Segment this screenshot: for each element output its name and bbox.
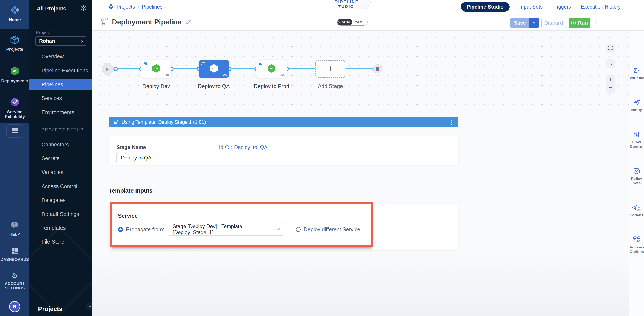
run-play-icon [571, 20, 576, 26]
panel-item-flow-control[interactable]: Flow Control [629, 131, 644, 149]
advanced-options-icon: ⚙ [633, 236, 640, 243]
codebase-icon: </▲ [632, 204, 641, 211]
save-dropdown-button[interactable] [529, 18, 539, 28]
reliability-icon [10, 97, 20, 108]
panel-item-advanced-options[interactable]: ⚙ Advanced Options [629, 236, 644, 254]
edge-line [115, 68, 141, 69]
project-label: Project [36, 30, 50, 35]
rail-item-home[interactable]: Home [0, 5, 30, 22]
modules-grid-button[interactable] [6, 124, 23, 138]
propagate-radio[interactable] [118, 227, 123, 232]
rail-item-label: ACCOUNT SETTINGS [2, 281, 27, 290]
divider [37, 121, 88, 121]
harness-home-icon [10, 5, 20, 16]
toggle-yaml[interactable]: YAML [352, 19, 367, 26]
rail-item-service-reliability[interactable]: Service Reliability [0, 97, 30, 119]
stage-node-deploy-to-qa[interactable]: ∞ </> [199, 60, 229, 78]
panel-item-notify[interactable]: Notify [629, 99, 644, 112]
edit-pencil-icon[interactable] [185, 18, 192, 26]
sidebar-item-variables[interactable]: Variables [30, 167, 92, 178]
pipeline-canvas[interactable]: ▶ ∞ </> [92, 31, 629, 105]
run-button[interactable]: Run [568, 18, 590, 28]
stage-node-deploy-to-prod[interactable]: ∞ </> [256, 60, 287, 78]
stage-id-value[interactable]: Deploy_to_QA [234, 144, 268, 150]
pipeline-end-node[interactable] [373, 64, 382, 73]
service-options-row: Propagate from: Stage [Deploy Dev] - Tem… [118, 223, 452, 236]
user-avatar[interactable]: R [9, 301, 20, 312]
add-stage-button[interactable]: + [316, 60, 345, 78]
sidebar-collapse-button[interactable]: ◀ [86, 303, 92, 309]
svg-text:⚙: ⚙ [636, 239, 640, 243]
rail-item-projects[interactable]: Projects [0, 35, 30, 52]
rail-item-deployments[interactable]: ∞ Deployments [0, 66, 30, 83]
template-kebab-menu[interactable] [450, 118, 454, 126]
connector-port[interactable] [114, 67, 118, 71]
panel-item-policy-sets[interactable]: Policy Sets [629, 167, 644, 185]
pipeline-graph-icon [100, 18, 108, 27]
zoom-out-button[interactable]: − [608, 84, 612, 92]
deploy-different-service-radio[interactable] [296, 227, 301, 232]
breadcrumb: Projects › Pipelines › [108, 0, 167, 14]
sidebar-item-default-settings[interactable]: Default Settings [30, 208, 92, 220]
sidebar-bottom-title: Projects [38, 305, 62, 312]
rail-item-label: Service Reliability [2, 110, 28, 119]
propagate-stage-select[interactable]: Stage [Deploy Dev] - Template [Deploy_St… [168, 223, 284, 236]
sidebar-item-secrets[interactable]: Secrets [30, 153, 92, 164]
rail-item-dashboards[interactable]: DASHBOARDS [0, 248, 30, 262]
panel-item-codebase[interactable]: </▲ Codebase [629, 204, 644, 217]
chevron-right-icon: › [81, 39, 83, 43]
toolbar-kebab-menu[interactable] [595, 19, 599, 27]
breadcrumb-pipelines[interactable]: Pipelines [142, 4, 162, 10]
sidebar-item-access-control[interactable]: Access Control [30, 181, 92, 192]
dashboards-icon [11, 248, 18, 256]
sidebar-item-environments[interactable]: Environments [30, 107, 92, 118]
sidebar-item-pipeline-executions[interactable]: Pipeline Executions [30, 65, 92, 76]
fullscreen-button[interactable] [606, 44, 615, 53]
app-root: Home Projects ∞ Deployments Service Reli… [0, 0, 644, 316]
stage-name-input[interactable] [116, 152, 254, 163]
tab-triggers[interactable]: Triggers [552, 4, 571, 10]
stage-node-deploy-dev[interactable]: ∞ </> [141, 60, 171, 78]
zoom-in-button[interactable]: + [608, 76, 612, 84]
harness-logo-icon [108, 4, 114, 10]
breadcrumb-projects[interactable]: Projects [116, 4, 135, 10]
breadcrumb-separator: › [138, 4, 139, 10]
sidebar-item-templates[interactable]: Templates [30, 222, 92, 233]
svg-text:∞: ∞ [154, 66, 158, 71]
info-icon[interactable] [225, 145, 229, 149]
all-projects-link[interactable]: All Projects [37, 6, 66, 12]
template-inputs-heading: Template Inputs [109, 187, 152, 194]
toggle-visual[interactable]: VISUAL [338, 19, 352, 26]
tab-pipeline-studio[interactable]: Pipeline Studio [461, 2, 510, 12]
project-name: Rohan [39, 38, 55, 44]
selection-marquee-button[interactable] [606, 60, 615, 68]
rail-item-help[interactable]: ? HELP [0, 221, 30, 237]
discard-button[interactable]: Discard [542, 18, 566, 28]
stage-name-label: Stage Name [116, 144, 146, 150]
code-icon: </> [280, 73, 285, 77]
toolbar-actions: Save Discard Run [510, 18, 599, 28]
sidebar-item-file-store[interactable]: File Store [30, 236, 92, 247]
panel-item-variables[interactable]: Σ× Variables [629, 67, 644, 80]
sidebar-item-services[interactable]: Services [30, 93, 92, 104]
sidebar-item-delegates[interactable]: Delegates [30, 195, 92, 206]
sidebar-item-connectors[interactable]: Connectors [30, 139, 92, 150]
stop-square-icon [376, 67, 380, 71]
project-selector[interactable]: Rohan › [36, 36, 87, 46]
cd-hexagon-icon: ∞ [10, 66, 20, 77]
save-button[interactable]: Save [510, 18, 529, 28]
tab-execution-history[interactable]: Execution History [581, 4, 621, 10]
visual-yaml-toggle: VISUAL YAML [337, 19, 368, 26]
cube-icon [10, 35, 20, 45]
variables-icon: Σ× [634, 67, 640, 74]
stage-label: Deploy to Prod [250, 83, 293, 89]
sidebar-item-overview[interactable]: Overview [30, 51, 92, 62]
code-icon: </> [223, 73, 227, 77]
rail-item-account-settings[interactable]: ⚙ ACCOUNT SETTINGS [0, 272, 30, 290]
tab-input-sets[interactable]: Input Sets [520, 4, 542, 10]
pipeline-start-node[interactable]: ▶ [102, 63, 113, 75]
project-cube-icon[interactable] [80, 5, 87, 12]
sidebar-item-pipelines[interactable]: Pipelines [30, 79, 92, 90]
edge-line [231, 68, 256, 69]
svg-text:∞: ∞ [13, 68, 16, 74]
